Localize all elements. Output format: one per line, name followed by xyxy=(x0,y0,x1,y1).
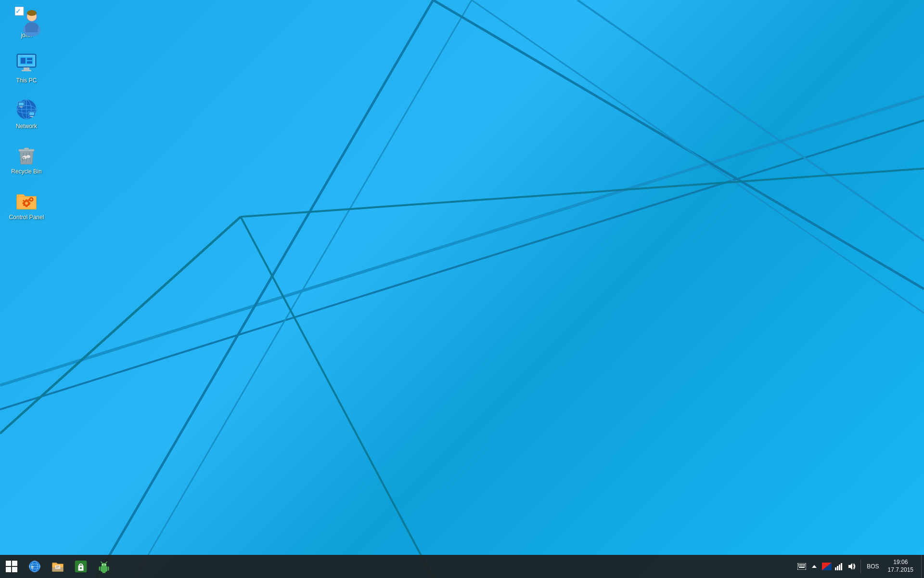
svg-rect-90 xyxy=(804,564,805,565)
svg-rect-60 xyxy=(12,561,17,566)
network-signal-icon[interactable] xyxy=(834,562,844,571)
icon-john[interactable]: ✓ john xyxy=(5,5,48,40)
svg-rect-59 xyxy=(6,561,11,566)
svg-line-8 xyxy=(241,169,924,217)
svg-rect-102 xyxy=(837,566,838,570)
svg-rect-24 xyxy=(27,58,32,60)
svg-rect-77 xyxy=(101,566,107,572)
svg-line-1 xyxy=(0,120,924,409)
svg-rect-23 xyxy=(21,58,26,64)
control-panel-label: Control Panel xyxy=(9,214,44,221)
icon-control-panel[interactable]: Control Panel xyxy=(5,187,48,223)
svg-rect-83 xyxy=(99,566,101,571)
svg-rect-89 xyxy=(803,564,804,565)
svg-rect-76 xyxy=(80,567,82,569)
taskbar-pinned-apps: e xyxy=(23,555,793,578)
svg-rect-103 xyxy=(839,565,840,570)
svg-marker-97 xyxy=(812,565,817,568)
show-desktop-button[interactable] xyxy=(921,555,924,578)
svg-line-9 xyxy=(241,217,433,578)
svg-rect-39 xyxy=(24,148,29,150)
svg-point-58 xyxy=(30,198,32,200)
svg-line-3 xyxy=(135,0,472,578)
svg-rect-21 xyxy=(22,70,31,71)
john-icon-image: ✓ xyxy=(15,7,38,30)
svg-text:✓: ✓ xyxy=(15,7,21,15)
svg-rect-92 xyxy=(800,565,801,566)
taskbar-app-file-explorer[interactable] xyxy=(46,555,69,578)
flag-icon xyxy=(822,563,832,570)
svg-rect-96 xyxy=(799,567,805,568)
svg-rect-49 xyxy=(26,199,27,201)
svg-rect-37 xyxy=(30,116,33,117)
svg-point-79 xyxy=(102,564,103,565)
svg-rect-95 xyxy=(804,565,805,566)
svg-text:e: e xyxy=(31,565,34,569)
network-label: Network xyxy=(16,123,37,130)
svg-line-2 xyxy=(96,0,433,578)
svg-line-4 xyxy=(433,0,924,289)
svg-line-82 xyxy=(106,562,107,563)
svg-rect-34 xyxy=(20,106,23,107)
svg-line-81 xyxy=(101,562,103,563)
windows-logo-icon xyxy=(6,561,17,572)
svg-rect-51 xyxy=(23,202,24,204)
svg-rect-33 xyxy=(19,103,24,105)
taskbar-app-ie[interactable]: e xyxy=(23,555,46,578)
icon-recycle-bin[interactable]: ♻ Recycle Bin xyxy=(5,141,48,177)
icon-this-pc[interactable]: This PC xyxy=(5,50,48,86)
svg-rect-16 xyxy=(26,25,38,32)
svg-rect-84 xyxy=(108,566,109,571)
svg-marker-105 xyxy=(848,563,852,570)
svg-rect-50 xyxy=(26,206,27,207)
network-icon-image xyxy=(15,98,38,121)
svg-rect-61 xyxy=(6,567,11,572)
store-icon xyxy=(74,560,88,573)
svg-rect-62 xyxy=(12,567,17,572)
tray-overflow-button[interactable] xyxy=(809,562,819,571)
recycle-bin-label: Recycle Bin xyxy=(11,168,41,175)
speaker-icon xyxy=(847,563,856,570)
start-button[interactable] xyxy=(0,555,23,578)
svg-rect-25 xyxy=(27,61,32,64)
taskbar: e xyxy=(0,555,924,578)
clock[interactable]: 19:06 17.7.2015 xyxy=(884,555,917,578)
keyboard-tray-icon[interactable] xyxy=(797,562,807,571)
language-flag-icon[interactable] xyxy=(822,562,832,571)
recycle-bin-icon-image: ♻ xyxy=(15,143,38,166)
svg-rect-94 xyxy=(803,565,804,566)
svg-point-17 xyxy=(27,10,37,16)
svg-rect-88 xyxy=(801,564,802,565)
chevron-up-icon xyxy=(812,564,817,569)
language-indicator[interactable]: BOS xyxy=(865,563,881,570)
svg-rect-87 xyxy=(800,564,801,565)
clock-time: 19:06 xyxy=(893,559,908,566)
keyboard-icon xyxy=(797,563,806,570)
desktop-icons-area: ✓ john xyxy=(0,0,53,237)
svg-line-7 xyxy=(0,217,241,434)
icon-network[interactable]: Network xyxy=(5,96,48,131)
svg-rect-86 xyxy=(798,564,799,565)
svg-rect-20 xyxy=(24,67,29,70)
svg-line-0 xyxy=(0,96,924,385)
svg-point-80 xyxy=(104,564,106,565)
system-tray: BOS 19:06 17.7.2015 xyxy=(793,555,921,578)
ie-icon: e xyxy=(28,560,41,573)
android-icon xyxy=(97,560,111,573)
svg-rect-36 xyxy=(29,112,34,115)
taskbar-app-store[interactable] xyxy=(69,555,92,578)
svg-rect-104 xyxy=(841,563,842,570)
svg-rect-91 xyxy=(798,565,799,566)
this-pc-icon-image xyxy=(15,52,38,75)
this-pc-label: This PC xyxy=(16,77,37,84)
svg-line-6 xyxy=(578,0,924,241)
desktop: ✓ john xyxy=(0,0,924,578)
svg-point-48 xyxy=(25,202,28,205)
clock-date: 17.7.2015 xyxy=(888,566,913,574)
svg-text:♻: ♻ xyxy=(22,157,26,161)
signal-bars-icon xyxy=(835,563,844,570)
volume-icon[interactable] xyxy=(847,562,857,571)
tray-separator xyxy=(860,559,861,574)
file-explorer-icon xyxy=(51,560,64,573)
taskbar-app-android[interactable] xyxy=(92,555,116,578)
